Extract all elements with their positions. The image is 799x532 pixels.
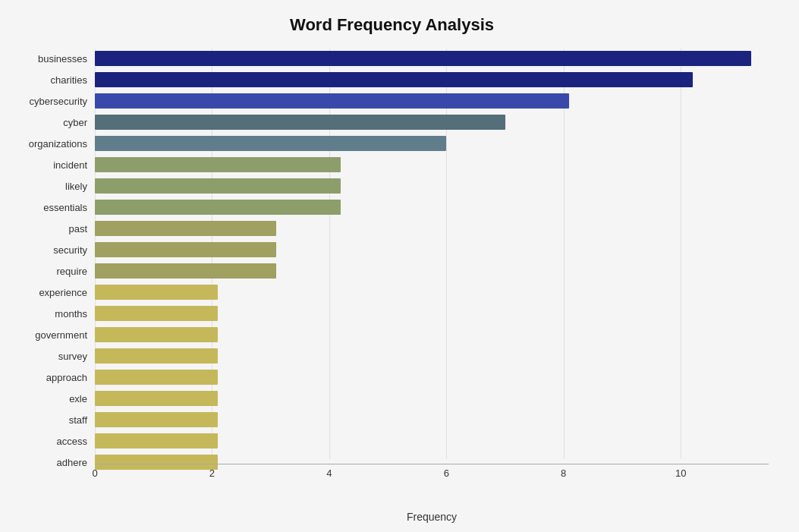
bar-row: charities	[15, 70, 769, 90]
bar-label: months	[15, 308, 95, 320]
bar-fill	[95, 115, 505, 130]
bar-track	[95, 93, 769, 109]
bar-fill	[95, 200, 341, 215]
bar-label: exle	[15, 393, 95, 405]
bar-label: security	[15, 244, 95, 256]
bar-row: months	[15, 304, 769, 323]
bar-label: approach	[15, 372, 95, 383]
bar-fill	[95, 157, 341, 172]
x-tick-label: 4	[326, 467, 332, 479]
bar-label: essentials	[15, 202, 95, 213]
bar-row: security	[15, 240, 769, 260]
bar-fill	[95, 263, 276, 279]
bar-track	[95, 327, 769, 342]
bar-row: likely	[15, 176, 769, 196]
bar-label: past	[15, 223, 95, 235]
bar-row: access	[15, 431, 769, 451]
x-axis-label: Frequency	[95, 511, 769, 523]
bar-fill	[95, 178, 341, 194]
chart-container: Word Frequency Analysis businessescharit…	[0, 0, 799, 532]
bar-row: essentials	[15, 197, 769, 217]
bar-row: government	[15, 325, 769, 345]
bar-label: cyber	[15, 117, 95, 128]
x-tick-label: 0	[92, 467, 97, 479]
bar-label: require	[15, 266, 95, 277]
bar-label: staff	[15, 414, 95, 426]
chart-area: businessescharitiescybersecuritycyberorg…	[15, 49, 769, 459]
bar-fill	[95, 93, 569, 109]
bar-row: exle	[15, 389, 769, 408]
bar-label: government	[15, 329, 95, 341]
bar-label: likely	[15, 181, 95, 192]
bar-fill	[95, 136, 446, 151]
x-tick-label: 10	[675, 467, 686, 479]
x-axis-area: 0246810	[95, 464, 769, 494]
bar-track	[95, 136, 769, 151]
x-tick-label: 2	[209, 467, 215, 479]
chart-title: Word Frequency Analysis	[15, 15, 769, 35]
bar-row: organizations	[15, 134, 769, 153]
bar-track	[95, 370, 769, 385]
bar-row: approach	[15, 367, 769, 387]
bar-track	[95, 200, 769, 215]
bar-track	[95, 263, 769, 279]
bar-label: cybersecurity	[15, 96, 95, 107]
bar-fill	[95, 412, 218, 427]
bar-track	[95, 72, 769, 87]
bar-track	[95, 51, 769, 66]
bar-fill	[95, 327, 218, 342]
bar-label: incident	[15, 159, 95, 171]
bar-track	[95, 348, 769, 364]
bar-row: cyber	[15, 112, 769, 132]
bar-row: staff	[15, 410, 769, 430]
bar-label: organizations	[15, 138, 95, 150]
bars-container: businessescharitiescybersecuritycyberorg…	[15, 49, 769, 474]
bar-fill	[95, 370, 218, 385]
bar-track	[95, 178, 769, 194]
bar-fill	[95, 391, 218, 406]
bar-row: require	[15, 261, 769, 281]
bar-track	[95, 285, 769, 300]
bar-fill	[95, 242, 276, 257]
bar-row: experience	[15, 282, 769, 302]
bar-row: cybersecurity	[15, 91, 769, 111]
bar-row: survey	[15, 346, 769, 366]
x-tick-label: 6	[444, 467, 449, 479]
x-tick-label: 8	[561, 467, 566, 479]
bar-label: charities	[15, 74, 95, 86]
bar-track	[95, 433, 769, 449]
bar-row: past	[15, 219, 769, 238]
bar-track	[95, 157, 769, 172]
bar-track	[95, 115, 769, 130]
bar-label: adhere	[15, 457, 95, 468]
bar-row: businesses	[15, 49, 769, 68]
bar-fill	[95, 348, 218, 364]
bar-track	[95, 242, 769, 257]
bar-fill	[95, 285, 218, 300]
bar-fill	[95, 51, 751, 66]
bar-fill	[95, 433, 218, 449]
bar-label: survey	[15, 351, 95, 362]
bar-track	[95, 412, 769, 427]
bar-track	[95, 306, 769, 321]
bar-label: experience	[15, 287, 95, 298]
bar-fill	[95, 221, 276, 236]
bar-fill	[95, 306, 218, 321]
bar-row: incident	[15, 155, 769, 175]
bar-track	[95, 221, 769, 236]
x-axis-line	[95, 464, 769, 464]
bar-label: access	[15, 436, 95, 447]
bar-fill	[95, 72, 693, 87]
bar-label: businesses	[15, 53, 95, 65]
bar-track	[95, 391, 769, 406]
